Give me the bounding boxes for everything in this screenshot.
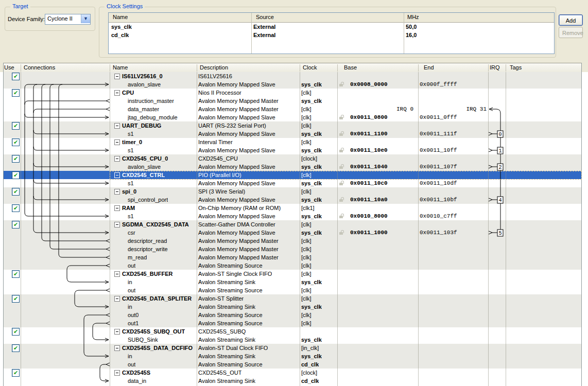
port-row[interactable]: s1Avalon Memory Mapped Slavesys_clk0x001… (4, 179, 581, 187)
add-clock-button[interactable]: Add (559, 14, 583, 26)
clock-cell[interactable]: [clk] (301, 287, 312, 294)
clock-cell[interactable]: [clk] (301, 89, 312, 96)
port-row[interactable]: SUBQ_SinkAvalon Streaming Sinksys_clk (4, 336, 581, 344)
base-address-cell[interactable]: 0x0011_10e0 (350, 147, 388, 154)
module-row[interactable]: ✔UART_DEBUGUART (RS-232 Serial Port)[clk… (4, 121, 581, 130)
use-checkbox[interactable]: ✔ (12, 122, 20, 130)
port-row[interactable]: s1Avalon Memory Mapped Slavesys_clk0x001… (4, 146, 581, 154)
clock-cell[interactable]: sys_clk (301, 147, 322, 154)
module-name[interactable]: RAM (122, 204, 135, 212)
clock-source[interactable]: External (253, 24, 275, 30)
base-address-cell[interactable]: 0x0011_1040 (350, 163, 388, 170)
use-checkbox[interactable]: ✔ (12, 89, 20, 97)
col-use[interactable]: Use (4, 64, 14, 71)
module-row[interactable]: ✔CXD2545_DATA_SPLITERAvalon-ST Splitter[… (4, 294, 581, 303)
clock-cell[interactable]: [clk] (301, 270, 312, 277)
col-irq[interactable]: IRQ (490, 64, 500, 71)
clock-cell[interactable]: [clk] (301, 188, 312, 195)
clock-cell[interactable]: [clk] (301, 114, 312, 121)
port-row[interactable]: instruction_masterAvalon Memory Mapped M… (4, 97, 581, 105)
port-row[interactable]: csrAvalon Memory Mapped Slavesys_clk0x00… (4, 229, 581, 237)
collapse-toggle-icon[interactable] (114, 345, 120, 351)
port-name[interactable]: csr (128, 229, 135, 236)
use-checkbox[interactable]: ✔ (12, 155, 20, 163)
module-name[interactable]: CXD2545S (122, 369, 150, 376)
clock-cell[interactable]: sys_clk (301, 213, 322, 220)
unlock-icon[interactable] (339, 164, 344, 169)
clock-cell[interactable]: [clk] (301, 221, 312, 228)
col-tags[interactable]: Tags (510, 64, 522, 71)
use-checkbox[interactable]: ✔ (12, 188, 20, 196)
collapse-toggle-icon[interactable] (114, 90, 120, 96)
clock-cell[interactable]: sys_clk (301, 180, 322, 187)
collapse-toggle-icon[interactable] (114, 329, 120, 335)
clock-cell[interactable]: sys_clk (301, 336, 322, 343)
base-address-cell[interactable]: 0x0011_10c0 (350, 180, 388, 187)
port-row[interactable]: data_masterAvalon Memory Mapped Master[c… (4, 105, 581, 113)
port-name[interactable]: SUBQ_Sink (128, 336, 158, 343)
use-checkbox[interactable]: ✔ (12, 171, 20, 179)
port-name[interactable]: out (128, 262, 135, 269)
col-name[interactable]: Name (113, 64, 128, 71)
use-checkbox[interactable]: ✔ (12, 295, 20, 303)
use-checkbox[interactable]: ✔ (12, 369, 20, 377)
use-checkbox[interactable]: ✔ (12, 204, 20, 212)
port-name[interactable]: descriptor_read (128, 237, 167, 244)
module-row[interactable]: ✔CXD2545S_DATA_DCFIFOAvalon-ST Dual Cloc… (4, 344, 581, 352)
module-name[interactable]: IS61LV25616_0 (122, 73, 163, 80)
port-row[interactable]: descriptor_writeAvalon Memory Mapped Mas… (4, 245, 581, 253)
module-name[interactable]: CXD2545_CTRL (122, 171, 165, 179)
collapse-toggle-icon[interactable] (114, 370, 120, 376)
port-name[interactable]: in (128, 278, 132, 286)
base-address-cell[interactable]: 0x0011_10a0 (350, 196, 388, 203)
port-row[interactable]: avalon_slaveAvalon Memory Mapped Slavesy… (4, 80, 581, 89)
module-row[interactable]: ✔timer_0Interval Timer[clk] (4, 138, 581, 146)
device-family-select[interactable]: Cyclone II ▼ (45, 14, 91, 25)
module-row[interactable]: ✔CXD2545_CPU_0CXD2545_CPU[clock] (4, 154, 581, 163)
module-row[interactable]: ✔SGDMA_CXD2545_DATAScatter-Gather DMA Co… (4, 220, 581, 229)
clock-cell[interactable]: [clk] (301, 295, 312, 302)
port-name[interactable]: m_read (128, 254, 147, 261)
module-name[interactable]: CXD2545_CPU_0 (122, 155, 168, 162)
use-checkbox[interactable]: ✔ (12, 328, 20, 336)
unlock-icon[interactable] (339, 115, 344, 120)
base-address-cell[interactable]: 0x0011_1100 (350, 130, 388, 137)
collapse-toggle-icon[interactable] (114, 74, 120, 79)
clock-cell[interactable]: [clk] (301, 262, 312, 269)
clock-cell[interactable]: cd_clk (301, 361, 319, 368)
base-address-cell[interactable]: 0x0008_0000 (350, 81, 388, 88)
module-row[interactable]: ✔RAMOn-Chip Memory (RAM or ROM)[clk1] (4, 204, 581, 212)
clock-cell[interactable]: [clock] (301, 155, 317, 162)
base-address-cell[interactable]: 0x0011_0800 (350, 114, 388, 121)
collapse-toggle-icon[interactable] (114, 139, 120, 145)
clock-cell[interactable]: sys_clk (301, 303, 322, 310)
module-name[interactable]: CXD2545S_SUBQ_OUT (122, 328, 185, 335)
clock-cell[interactable]: [clk] (301, 171, 312, 179)
collapse-toggle-icon[interactable] (114, 296, 120, 302)
port-name[interactable]: s1 (128, 213, 134, 220)
collapse-toggle-icon[interactable] (114, 271, 120, 277)
clock-cell[interactable]: [clk] (301, 122, 312, 129)
module-name[interactable]: CPU (122, 89, 134, 96)
clock-cell[interactable]: sys_clk (301, 130, 322, 137)
port-row[interactable]: outAvalon Streaming Sourcecd_clk (4, 360, 581, 369)
clock-cell[interactable]: [clk] (301, 106, 312, 113)
port-row[interactable]: inAvalon Streaming Sinksys_clk (4, 278, 581, 286)
port-name[interactable]: instruction_master (128, 97, 174, 104)
clock-cell[interactable]: [clk] (301, 254, 312, 261)
port-name[interactable]: s1 (128, 147, 134, 154)
port-row[interactable]: out1Avalon Streaming Source[clk] (4, 319, 581, 327)
clock-cell[interactable]: sys_clk (301, 163, 322, 170)
col-connections[interactable]: Connections (24, 64, 55, 71)
port-name[interactable]: out (128, 287, 135, 294)
port-row[interactable]: inAvalon Streaming Sinksys_clk (4, 352, 581, 360)
collapse-toggle-icon[interactable] (114, 156, 120, 162)
port-name[interactable]: avalon_slave (128, 163, 161, 170)
use-checkbox[interactable]: ✔ (12, 73, 20, 80)
port-row[interactable]: descriptor_readAvalon Memory Mapped Mast… (4, 237, 581, 245)
port-name[interactable]: s1 (128, 130, 134, 137)
port-name[interactable]: spi_control_port (128, 196, 168, 203)
port-name[interactable]: jtag_debug_module (128, 114, 178, 121)
port-name[interactable]: out0 (128, 311, 139, 319)
clock-cell[interactable]: cd_clk (301, 377, 319, 384)
